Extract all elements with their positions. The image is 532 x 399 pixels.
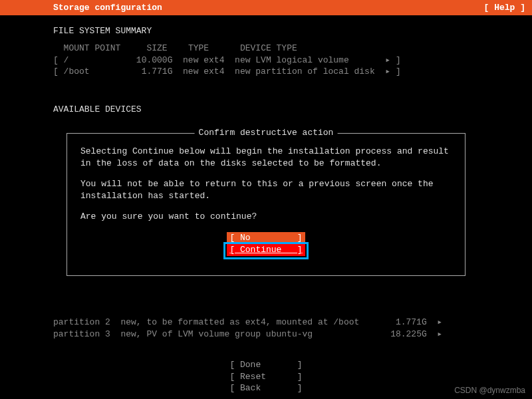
- continue-button[interactable]: [ Continue ]: [227, 244, 305, 256]
- page-title: Storage configuration: [7, 3, 162, 13]
- chevron-right-icon: ▸ ]: [385, 55, 400, 65]
- fs-row[interactable]: [ /boot 1.771G new ext4 new partition of…: [53, 66, 479, 78]
- chevron-right-icon: ▸ ]: [385, 66, 400, 76]
- back-button[interactable]: [ Back ]: [229, 383, 302, 393]
- continue-highlight: [ Continue ]: [223, 242, 308, 259]
- done-button[interactable]: [ Done ]: [229, 360, 302, 370]
- partition-row[interactable]: partition 3 new, PV of LVM volume group …: [53, 329, 505, 340]
- fs-summary-title: FILE SYSTEM SUMMARY: [53, 26, 479, 36]
- fs-row[interactable]: [ / 10.000G new ext4 new LVM logical vol…: [53, 55, 479, 66]
- title-bar: Storage configuration [ Help ]: [0, 0, 532, 15]
- chevron-right-icon: ▸: [437, 329, 442, 339]
- footer-buttons: [ Done ] [ Reset ] [ Back ]: [0, 359, 532, 394]
- watermark: CSDN @dynwzmba: [454, 386, 525, 395]
- partition-row[interactable]: partition 2 new, to be formatted as ext4…: [53, 317, 505, 329]
- dialog-title: Confirm destructive action: [195, 128, 338, 138]
- dialog-text: Selecting Continue below will begin the …: [80, 146, 452, 169]
- dialog-text: You will not be able to return to this o…: [80, 178, 452, 201]
- main-content: FILE SYSTEM SUMMARY MOUNT POINT SIZE TYP…: [0, 26, 532, 114]
- available-devices-title: AVAILABLE DEVICES: [53, 104, 479, 114]
- reset-button[interactable]: [ Reset ]: [229, 372, 302, 382]
- chevron-right-icon: ▸: [437, 317, 442, 327]
- partition-list: partition 2 new, to be formatted as ext4…: [53, 317, 505, 340]
- fs-header-row: MOUNT POINT SIZE TYPE DEVICE TYPE: [53, 43, 479, 55]
- fs-summary-table: MOUNT POINT SIZE TYPE DEVICE TYPE [ / 10…: [53, 43, 479, 78]
- help-button[interactable]: [ Help ]: [484, 3, 525, 13]
- confirm-dialog: Confirm destructive action Selecting Con…: [66, 133, 466, 276]
- dialog-text: Are you sure you want to continue?: [80, 211, 452, 223]
